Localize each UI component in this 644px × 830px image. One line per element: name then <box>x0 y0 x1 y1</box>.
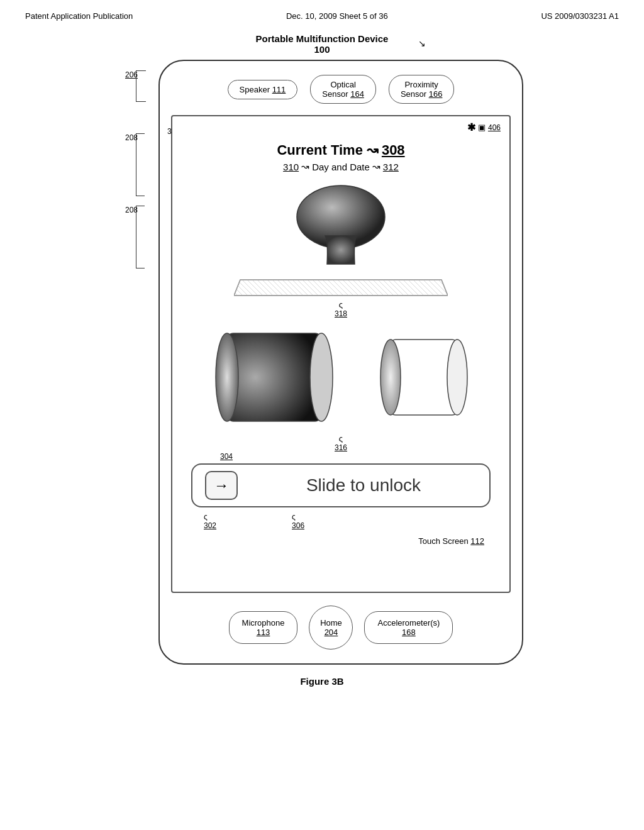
accelerometer-component: Accelerometer(s) 168 <box>364 611 453 644</box>
device-title-line2: 100 <box>256 44 389 55</box>
ref-308: 308 <box>382 142 405 158</box>
label-316: ς 316 <box>191 434 491 452</box>
home-label: Home <box>320 618 342 628</box>
bracket-208b <box>136 206 145 268</box>
proximity-sensor-component: Proximity Sensor 166 <box>389 75 455 104</box>
patent-page: Patent Application Publication Dec. 10, … <box>0 0 644 687</box>
ref-310: 310 <box>283 162 299 172</box>
figure-label: Figure 3B <box>300 676 343 687</box>
optical-label2: Sensor <box>322 89 348 99</box>
accelerometer-label: Accelerometer(s) <box>377 618 440 628</box>
device-title-area: Portable Multifunction Device 100 ↘ <box>256 33 389 55</box>
device-title-line1: Portable Multifunction Device <box>256 33 389 44</box>
speaker-component: Speaker 111 <box>228 80 298 99</box>
time-area: Current Time ↝ 308 310 ↝ Day and Date ↝ … <box>191 142 491 172</box>
slide-unlock-bar[interactable]: → Slide to unlock <box>191 463 491 507</box>
svg-point-5 <box>216 333 238 421</box>
bottom-section: Microphone 113 Home 204 Accelerometer(s)… <box>160 593 522 663</box>
home-ref: 204 <box>325 628 338 637</box>
label-406: 406 <box>488 123 501 132</box>
svg-point-8 <box>380 340 401 415</box>
slide-unlock-wrapper: 304 → Slide to unlock ς 302 <box>191 463 491 530</box>
svg-rect-4 <box>227 333 321 421</box>
svg-marker-3 <box>234 280 448 296</box>
current-time-line: Current Time ↝ 308 <box>191 142 491 158</box>
bracket-208a <box>136 133 145 196</box>
artwork-top <box>191 182 491 270</box>
touch-screen-ref: 112 <box>470 536 484 546</box>
proximity-label: Proximity <box>401 80 443 89</box>
header-left: Patent Application Publication <box>25 11 133 21</box>
screen-content: Current Time ↝ 308 310 ↝ Day and Date ↝ … <box>172 136 509 565</box>
phone-device: 206 Speaker 111 Optical Sensor 164 Proxi… <box>158 60 523 665</box>
speaker-label: Speaker <box>240 85 270 94</box>
squiggle-312: ↝ <box>372 161 380 172</box>
microphone-label: Microphone <box>242 618 285 628</box>
cylinder-right-svg <box>377 336 471 418</box>
proximity-ref: 166 <box>429 89 443 99</box>
day-date-line: 310 ↝ Day and Date ↝ 312 <box>191 161 491 172</box>
main-content: Portable Multifunction Device 100 ↘ 206 … <box>0 27 644 687</box>
optical-ref: 164 <box>350 89 364 99</box>
microphone-component: Microphone 113 <box>229 611 298 644</box>
status-bar: ✱ ▣ 406 <box>172 116 509 136</box>
cylinder-left-svg <box>211 327 337 428</box>
optical-sensor-component: Optical Sensor 164 <box>310 75 376 104</box>
header-middle: Dec. 10, 2009 Sheet 5 of 36 <box>286 11 388 21</box>
label-304: 304 <box>220 452 233 461</box>
patent-header: Patent Application Publication Dec. 10, … <box>0 0 644 27</box>
labels-302-306: ς 302 ς 306 <box>191 512 491 530</box>
title-arrow-icon: ↘ <box>418 38 426 48</box>
label-318: ς 318 <box>191 300 491 318</box>
squiggle-308: ↝ <box>367 142 378 158</box>
header-right: US 2009/0303231 A1 <box>541 11 619 21</box>
screen-bezel: ✱ ▣ 406 Current Time ↝ 308 <box>171 115 511 593</box>
bluetooth-icon: ✱ <box>467 121 475 133</box>
touch-screen-text: Touch Screen <box>418 536 469 546</box>
top-sensors-section: Speaker 111 Optical Sensor 164 Proximity… <box>160 61 522 115</box>
flat-plate-svg <box>234 277 448 299</box>
home-button-component[interactable]: Home 204 <box>309 606 353 650</box>
mushroom-svg <box>278 182 404 270</box>
day-date-text: Day and Date <box>312 162 370 172</box>
label-306: 306 <box>292 521 304 530</box>
optical-label: Optical <box>322 80 364 89</box>
svg-point-6 <box>310 333 333 421</box>
current-time-text: Current Time <box>277 142 363 158</box>
status-icons: ✱ ▣ 406 <box>467 121 501 133</box>
proximity-label2: Sensor <box>401 89 426 99</box>
slide-arrow-button[interactable]: → <box>205 471 238 500</box>
speaker-ref: 111 <box>272 85 286 94</box>
flat-plate-container <box>191 277 491 299</box>
accelerometer-ref: 168 <box>377 628 440 637</box>
touch-screen-label: Touch Screen 112 <box>191 536 491 546</box>
bracket-206 <box>136 70 146 102</box>
label-306-group: ς 306 <box>292 512 304 530</box>
slide-text: Slide to unlock <box>250 475 477 495</box>
battery-icon: ▣ <box>478 123 486 132</box>
artwork-bottom <box>191 327 491 428</box>
microphone-ref: 113 <box>242 628 285 637</box>
label-302: 302 <box>204 521 216 530</box>
label-302-group: ς 302 <box>204 512 216 530</box>
svg-point-9 <box>447 340 467 415</box>
ref-312: 312 <box>383 162 399 172</box>
squiggle-310: ↝ <box>301 161 309 172</box>
